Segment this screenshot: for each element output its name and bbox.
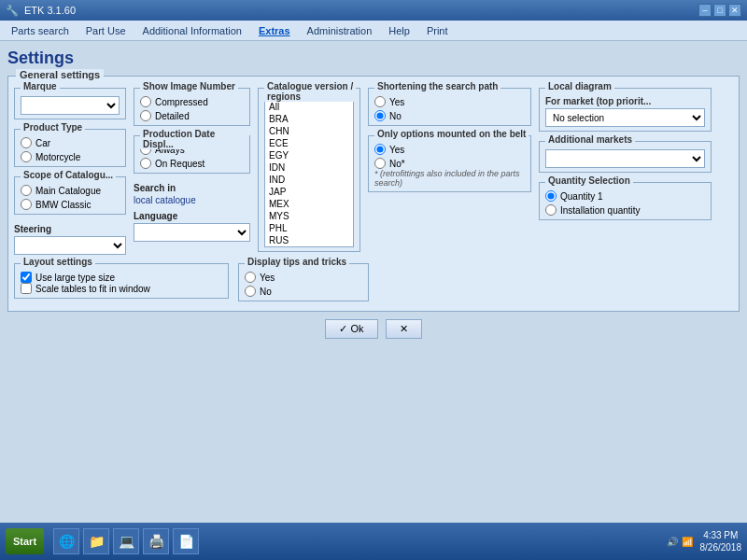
- show-image-section: Show Image Number Compressed Detailed: [134, 88, 250, 126]
- shortening-search-section: Shortening the search path Yes No: [368, 88, 531, 126]
- catalogue-item-chn[interactable]: CHN: [267, 125, 351, 137]
- taskbar-icons: 🌐 📁 💻 🖨️ 📄: [53, 528, 199, 554]
- scope-section: Scope of Catalogu... Main Catalogue BMW …: [14, 176, 126, 215]
- shortening-search-group: Yes No: [374, 96, 525, 121]
- catalogue-item-tha[interactable]: THA: [267, 246, 351, 247]
- additional-markets-label: Additional markets: [545, 134, 635, 145]
- catalogue-item-phl[interactable]: PHL: [267, 222, 351, 234]
- product-type-label: Product Type: [21, 122, 85, 133]
- radio-no-shortening[interactable]: No: [374, 110, 525, 121]
- production-date-label: Production Date Displ...: [140, 129, 249, 149]
- local-diagram-select[interactable]: No selection: [545, 108, 705, 127]
- menu-additional-info[interactable]: Additional Information: [139, 24, 246, 37]
- menu-administration[interactable]: Administration: [303, 24, 376, 37]
- catalogue-version-label: Catalogue version /regions: [264, 81, 356, 102]
- search-in-value: local catalogue: [134, 195, 250, 205]
- product-type-section: Product Type Car Motorcycle: [14, 129, 126, 167]
- taskbar-icon-browser[interactable]: 🌐: [53, 528, 79, 554]
- taskbar-icon-printer[interactable]: 🖨️: [143, 528, 169, 554]
- catalogue-item-mys[interactable]: MYS: [267, 210, 351, 222]
- production-date-section: Production Date Displ... Always On Reque…: [134, 135, 250, 174]
- catalogue-item-mex[interactable]: MEX: [267, 198, 351, 210]
- ok-button[interactable]: ✓ Ok: [325, 319, 377, 339]
- taskbar-icon-computer[interactable]: 💻: [113, 528, 139, 554]
- radio-compressed[interactable]: Compressed: [140, 96, 244, 107]
- title-bar-left: 🔧 ETK 3.1.60: [6, 5, 76, 17]
- radio-main-catalogue[interactable]: Main Catalogue: [21, 185, 120, 196]
- additional-markets-select[interactable]: [545, 149, 705, 168]
- search-in-label: Search in: [134, 183, 250, 193]
- maximize-button[interactable]: □: [713, 4, 726, 17]
- ok-cancel-row: ✓ Ok ✕: [7, 319, 740, 339]
- menu-part-use[interactable]: Part Use: [82, 24, 130, 37]
- radio-tips-no[interactable]: No: [245, 286, 362, 297]
- start-button[interactable]: Start: [6, 528, 44, 554]
- taskbar-right: 🔊 📶 4:33 PM 8/26/2018: [667, 529, 742, 553]
- search-in-section: Search in local catalogue: [134, 183, 250, 205]
- additional-markets-section: Additional markets: [539, 141, 712, 173]
- local-diagram-sublabel: For market (top priorit...: [545, 96, 705, 106]
- taskbar-volume-icon: 📶: [682, 537, 693, 547]
- radio-no-options[interactable]: No*: [374, 158, 525, 169]
- scope-group: Main Catalogue BMW Classic: [21, 185, 120, 210]
- display-tips-label: Display tips and tricks: [245, 257, 349, 267]
- clock-time: 4:33 PM: [700, 529, 742, 541]
- close-button[interactable]: ✕: [728, 4, 741, 17]
- radio-car[interactable]: Car: [21, 137, 120, 148]
- layout-settings-section: Layout settings Use large type size Scal…: [14, 263, 229, 299]
- checkbox-large-type[interactable]: Use large type size: [21, 272, 222, 283]
- marque-label: Marque: [21, 81, 60, 91]
- scope-label: Scope of Catalogu...: [21, 170, 116, 180]
- catalogue-item-ind[interactable]: IND: [267, 174, 351, 186]
- quantity-selection-section: Quantity Selection Quantity 1 Installati…: [539, 182, 712, 220]
- menu-parts-search[interactable]: Parts search: [7, 24, 73, 37]
- menu-help[interactable]: Help: [385, 24, 414, 37]
- radio-motorcycle[interactable]: Motorcycle: [21, 151, 120, 162]
- menu-bar: Parts search Part Use Additional Informa…: [0, 21, 747, 41]
- steering-label: Steering: [14, 224, 126, 234]
- radio-quantity-1[interactable]: Quantity 1: [545, 190, 705, 202]
- language-select[interactable]: [134, 223, 250, 242]
- catalogue-list[interactable]: All BRA CHN ECE EGY IDN IND JAP MEX MYS …: [264, 98, 354, 247]
- menu-extras[interactable]: Extras: [255, 24, 294, 37]
- catalogue-item-idn[interactable]: IDN: [267, 161, 351, 174]
- taskbar-icon-folder[interactable]: 📁: [83, 528, 109, 554]
- app-title: ETK 3.1.60: [24, 5, 76, 16]
- main-content: Settings General settings Marque Product…: [0, 41, 747, 523]
- marque-section: Marque: [14, 88, 126, 119]
- catalogue-item-bra[interactable]: BRA: [267, 113, 351, 125]
- checkbox-scale-tables[interactable]: Scale tables to fit in window: [21, 283, 222, 294]
- radio-yes-shortening[interactable]: Yes: [374, 96, 525, 107]
- options-note: * (retrofittings also included in the pa…: [374, 169, 525, 188]
- radio-bmw-classic[interactable]: BMW Classic: [21, 199, 120, 210]
- taskbar-clock: 4:33 PM 8/26/2018: [700, 529, 742, 553]
- language-section: Language: [134, 211, 250, 242]
- catalogue-version-section: Catalogue version /regions All BRA CHN E…: [258, 88, 360, 252]
- menu-print[interactable]: Print: [423, 24, 452, 37]
- cancel-button[interactable]: ✕: [386, 319, 422, 339]
- minimize-button[interactable]: –: [698, 4, 712, 17]
- catalogue-item-egy[interactable]: EGY: [267, 149, 351, 161]
- quantity-selection-label: Quantity Selection: [545, 175, 633, 186]
- layout-settings-label: Layout settings: [21, 257, 95, 267]
- radio-installation-quantity[interactable]: Installation quantity: [545, 204, 705, 216]
- clock-date: 8/26/2018: [700, 541, 742, 553]
- show-image-group: Compressed Detailed: [140, 96, 244, 121]
- radio-detailed[interactable]: Detailed: [140, 110, 244, 121]
- only-options-label: Only options mounted on the belt: [374, 129, 529, 139]
- catalogue-item-rus[interactable]: RUS: [267, 234, 351, 246]
- steering-select[interactable]: [14, 236, 126, 255]
- catalogue-item-all[interactable]: All: [267, 101, 351, 113]
- app-icon: 🔧: [6, 5, 19, 17]
- title-bar-controls: – □ ✕: [698, 4, 741, 17]
- radio-yes-options[interactable]: Yes: [374, 144, 525, 155]
- display-tips-group: Yes No: [245, 272, 362, 297]
- catalogue-item-ece[interactable]: ECE: [267, 137, 351, 149]
- catalogue-item-jap[interactable]: JAP: [267, 186, 351, 198]
- marque-select[interactable]: [21, 96, 120, 115]
- radio-on-request[interactable]: On Request: [140, 158, 244, 169]
- general-settings-panel: General settings Marque Product Type Car: [7, 76, 740, 312]
- local-diagram-label: Local diagram: [545, 81, 614, 91]
- radio-tips-yes[interactable]: Yes: [245, 272, 362, 283]
- taskbar-icon-document[interactable]: 📄: [173, 528, 199, 554]
